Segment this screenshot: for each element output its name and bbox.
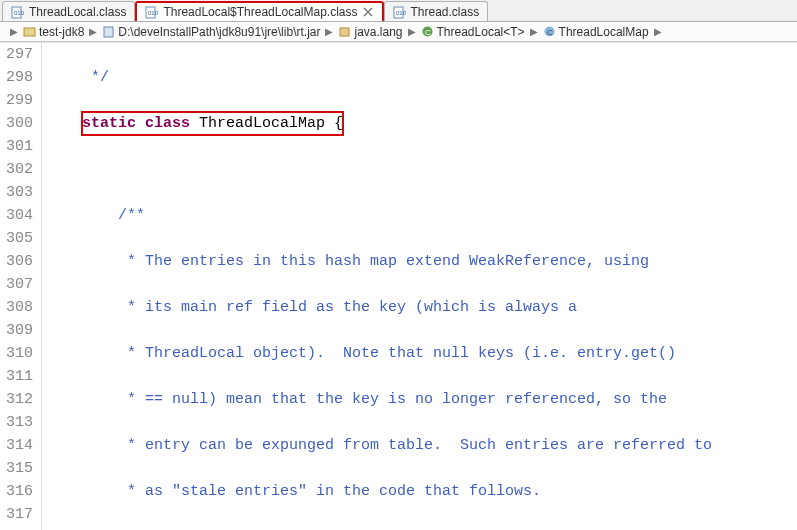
svg-text:010: 010 <box>148 10 159 16</box>
breadcrumb-bar: ▶ test-jdk8 ▶ D:\deveInstallPath\jdk8u91… <box>0 22 797 42</box>
chevron-right-icon: ▶ <box>87 26 99 37</box>
code-area[interactable]: */ static class ThreadLocalMap { /** * T… <box>42 43 797 530</box>
code-text: * entry can be expunged from table. Such… <box>46 437 712 454</box>
code-text: * The entries in this hash map extend We… <box>46 253 649 270</box>
crumb-label: java.lang <box>354 25 402 39</box>
svg-text:010: 010 <box>396 10 407 16</box>
crumb-label: D:\deveInstallPath\jdk8u91\jre\lib\rt.ja… <box>118 25 320 39</box>
package-icon <box>338 25 351 38</box>
crumb-project[interactable]: test-jdk8 <box>22 25 85 39</box>
project-icon <box>23 25 36 38</box>
chevron-right-icon: ▶ <box>323 26 335 37</box>
crumb-label: test-jdk8 <box>39 25 84 39</box>
crumb-jar[interactable]: D:\deveInstallPath\jdk8u91\jre\lib\rt.ja… <box>101 25 321 39</box>
crumb-label: ThreadLocal<T> <box>437 25 525 39</box>
class-icon: C <box>543 25 556 38</box>
highlight-box: static class ThreadLocalMap { <box>82 112 343 135</box>
code-editor[interactable]: 297 298 299 300 301 302 303 304 305 306 … <box>0 42 797 530</box>
close-icon[interactable] <box>362 6 374 18</box>
chevron-right-icon: ▶ <box>652 26 664 37</box>
chevron-right-icon: ▶ <box>406 26 418 37</box>
classfile-icon: 010 <box>145 5 159 19</box>
crumb-label: ThreadLocalMap <box>559 25 649 39</box>
crumb-package[interactable]: java.lang <box>337 25 403 39</box>
tab-label: ThreadLocal.class <box>29 5 126 19</box>
tab-label: Thread.class <box>411 5 480 19</box>
tab-label: ThreadLocal$ThreadLocalMap.class <box>163 5 357 19</box>
code-text: * == null) mean that the key is no longe… <box>46 391 667 408</box>
svg-text:010: 010 <box>14 10 25 16</box>
code-text: */ <box>46 69 109 86</box>
chevron-right-icon: ▶ <box>8 26 20 37</box>
svg-rect-8 <box>340 28 349 36</box>
code-text: * ThreadLocal object). Note that null ke… <box>46 345 676 362</box>
svg-text:C: C <box>547 28 553 37</box>
class-icon: C <box>421 25 434 38</box>
svg-text:C: C <box>425 28 431 37</box>
editor-tabbar: 010 ThreadLocal.class 010 ThreadLocal$Th… <box>0 0 797 22</box>
crumb-class[interactable]: C ThreadLocal<T> <box>420 25 526 39</box>
classfile-icon: 010 <box>11 5 25 19</box>
jar-icon <box>102 25 115 38</box>
chevron-right-icon: ▶ <box>528 26 540 37</box>
code-text: * its main ref field as the key (which i… <box>46 299 577 316</box>
code-text: * as "stale entries" in the code that fo… <box>46 483 541 500</box>
crumb-innerclass[interactable]: C ThreadLocalMap <box>542 25 650 39</box>
tab-threadlocal[interactable]: 010 ThreadLocal.class <box>2 1 135 21</box>
tab-thread[interactable]: 010 Thread.class <box>384 1 489 21</box>
svg-rect-6 <box>24 28 35 36</box>
svg-rect-7 <box>104 27 113 37</box>
code-text: /** <box>46 207 145 224</box>
classfile-icon: 010 <box>393 5 407 19</box>
tab-threadlocalmap[interactable]: 010 ThreadLocal$ThreadLocalMap.class <box>135 1 383 21</box>
line-number-gutter: 297 298 299 300 301 302 303 304 305 306 … <box>0 43 42 530</box>
